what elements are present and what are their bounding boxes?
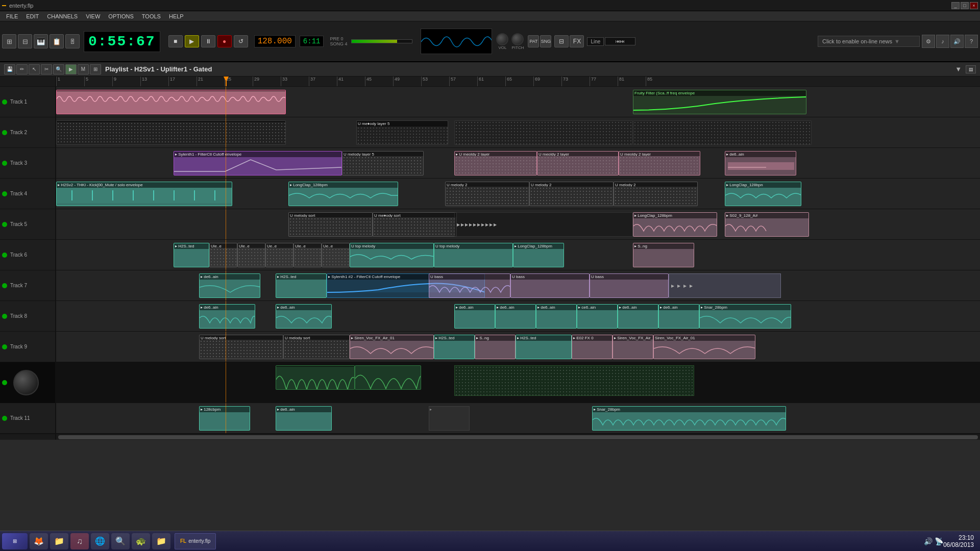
tray-network-icon[interactable]: 📡 <box>935 537 943 545</box>
track-content-2[interactable]: U me♦ody layer 5 <box>56 117 980 147</box>
track-mute-11[interactable] <box>2 416 7 421</box>
menu-edit[interactable]: EDIT <box>22 12 43 20</box>
pb8[interactable]: ▶ <box>485 222 488 227</box>
tb-new-btn[interactable]: 💾 <box>4 64 15 74</box>
clip-t7-6[interactable]: U bass <box>590 273 669 298</box>
pattern-mode-btn[interactable]: PAT <box>528 35 539 47</box>
track-mute-2[interactable] <box>2 130 7 135</box>
menu-options[interactable]: OPTIONS <box>104 12 138 20</box>
taskbar-icon-torrent[interactable]: 🐢 <box>132 533 150 549</box>
fx-btn[interactable]: FX <box>570 35 584 47</box>
mixer-btn[interactable]: 🎚 <box>65 34 80 48</box>
clip-t1-1[interactable] <box>56 90 286 114</box>
clip-t3-1[interactable]: ▸ Sylenth1 - FilterCtl Cutoff envelope <box>174 151 342 176</box>
track-content-4[interactable]: ▸ H2Sv2 - THKl - Kick[00_Mute / solo env… <box>56 179 980 209</box>
tray-audio-icon[interactable]: 🔊 <box>924 537 933 545</box>
clip-t1-auto[interactable]: Fruity Filter (Sca..ff freq envelope <box>633 90 806 114</box>
clip-t3-4[interactable]: U meoldy 2 layer <box>537 151 619 176</box>
taskbar-icon-firefox[interactable]: 🦊 <box>30 533 48 549</box>
clip-t3-3[interactable]: ▸ U meoldy 2 layer <box>454 151 537 176</box>
taskbar-icon-music[interactable]: ♫ <box>70 533 89 549</box>
menu-tools[interactable]: TOOLS <box>138 12 165 20</box>
stop-btn[interactable]: ■ <box>168 35 183 47</box>
clip-t10-1[interactable]: ▸ S..ng <box>276 365 355 390</box>
menu-help[interactable]: HELP <box>165 12 188 20</box>
channel-rack-btn[interactable]: ⊞ <box>2 34 16 48</box>
timeline-ruler[interactable]: 1 5 9 13 17 21 25 29 33 37 41 45 49 53 5… <box>56 77 980 86</box>
clip-t3-6[interactable]: ▸ de6..ain <box>725 151 796 176</box>
audio-icon[interactable]: 🔊 <box>950 35 964 48</box>
pause-btn[interactable]: ⏸ <box>201 35 215 47</box>
menu-view[interactable]: VIEW <box>82 12 104 20</box>
clip-t8-3[interactable]: ▸ de6..ain <box>454 304 495 329</box>
clip-t3-2[interactable]: U melody layer 5 <box>342 151 424 176</box>
clip-t8-7[interactable]: ▸ de6..ain <box>618 304 658 329</box>
tb-select-btn[interactable]: ↖ <box>29 64 40 74</box>
taskbar-icon-chrome[interactable]: 🌐 <box>91 533 109 549</box>
clip-t5-4[interactable]: ▸ S02_9_128_A# <box>725 212 809 237</box>
tb-alt-btn[interactable]: ⊞ <box>90 64 101 74</box>
taskbar-icon-search[interactable]: 🔍 <box>111 533 130 549</box>
tb-pencil-btn[interactable]: ✏ <box>16 64 28 74</box>
news-bar[interactable]: Click to enable on-line news ▼ <box>818 36 920 47</box>
minimize-btn[interactable]: _ <box>951 2 960 9</box>
clip-t10-2[interactable] <box>355 365 421 390</box>
clip-t11-1[interactable]: ▸ 128cbpm <box>199 406 250 431</box>
clip-t8-2[interactable]: ▸ de6..ain <box>276 304 332 329</box>
track-content-5[interactable]: U melody sort U me♦ody sort ▶ ▶ ▶ ▶ ▶ ▶ <box>56 209 980 239</box>
pb5[interactable]: ▶ <box>473 222 476 227</box>
track-content-3[interactable]: ▸ Sylenth1 - FilterCtl Cutoff envelope U… <box>56 148 980 178</box>
cpu-icon[interactable]: ⚙ <box>922 35 935 48</box>
pb9[interactable]: ▶ <box>489 222 493 227</box>
clip-t9-1[interactable]: U melody sort <box>199 335 283 359</box>
track-mute-6[interactable] <box>2 253 7 258</box>
clip-t2-2[interactable]: U me♦ody layer 5 <box>356 120 448 145</box>
clip-t7-4[interactable]: U bass <box>429 273 510 298</box>
clip-t9-5[interactable]: ▸ S..ng <box>475 335 516 359</box>
tb-zoom-btn[interactable]: 🔍 <box>53 64 64 74</box>
clip-t8-6[interactable]: ▸ ce6..ain <box>577 304 618 329</box>
track-content-7[interactable]: ▸ de6..ain ▸ H2S..ted ▸ Sylenth1 #2 - Fi… <box>56 270 980 300</box>
bpm-display[interactable]: 128.000 <box>254 35 296 47</box>
clip-t7-1[interactable]: ▸ de6..ain <box>199 273 260 298</box>
pb7[interactable]: ▶ <box>481 222 484 227</box>
clip-t5-1[interactable]: U melody sort <box>288 212 373 237</box>
clip-t6-4[interactable]: Ue..e <box>265 243 293 267</box>
menu-channels[interactable]: CHANNELS <box>43 12 82 20</box>
clip-t4-3[interactable]: U melody 2 <box>445 182 529 206</box>
track-mute-3[interactable] <box>2 161 7 166</box>
pb6[interactable]: ▶ <box>477 222 480 227</box>
clip-t6-9[interactable]: ▸ LongClap_128bpm <box>513 243 564 267</box>
clip-t6-5[interactable]: Ule..e <box>293 243 322 267</box>
clip-t9-4[interactable]: ▸ H2S..ted <box>434 335 475 359</box>
record-btn[interactable]: ● <box>217 35 232 47</box>
playlist-btn[interactable]: 📋 <box>50 34 64 48</box>
clip-t2-1[interactable] <box>56 120 286 145</box>
track-content-9[interactable]: U melody sort U melody sort ▸ Siren_Voc_… <box>56 332 980 362</box>
clip-t9-9[interactable]: Siren_Voc_FX_Air_01 <box>653 335 755 359</box>
clip-t2-4[interactable] <box>633 120 812 145</box>
menu-file[interactable]: FILE <box>2 12 22 20</box>
song-mode-btn[interactable]: SNG <box>540 35 551 47</box>
clip-t6-8[interactable]: U top melody <box>434 243 513 267</box>
track-content-11[interactable]: ▸ 128cbpm ▸ de6..ain ▸ ▸ Snar_28bpm <box>56 403 980 433</box>
tb-mute-btn[interactable]: M <box>78 64 89 74</box>
clip-t6-6[interactable]: Ue..e <box>322 243 350 267</box>
track-mute-7[interactable] <box>2 283 7 288</box>
mixer-icon-btn[interactable]: ⊟ <box>554 35 569 47</box>
track-content-6[interactable]: ▸ H2S..ted Ule..e Ule..e Ue..e Ule..e <box>56 240 980 270</box>
clip-t2-3[interactable] <box>454 120 633 145</box>
clip-t6-7[interactable]: U top melody <box>350 243 434 267</box>
master-pitch-knob[interactable] <box>511 33 524 45</box>
tb-cut-btn[interactable]: ✂ <box>41 64 52 74</box>
clip-t8-1[interactable]: ▸ de6..ain <box>199 304 255 329</box>
tb-play-btn[interactable]: ▶ <box>65 64 77 74</box>
clip-t5-playbtns[interactable]: ▶ ▶ ▶ ▶ ▶ ▶ ▶ ▶ ▶ ▶ <box>454 212 633 237</box>
clip-t6-2[interactable]: Ule..e <box>209 243 237 267</box>
clip-t9-6[interactable]: ▸ H2S..ted <box>516 335 572 359</box>
track-mute-5[interactable] <box>2 222 7 227</box>
horizontal-scrollbar[interactable] <box>0 434 980 440</box>
playlist-dropdown[interactable]: ▼ <box>955 65 962 73</box>
master-vol-knob[interactable] <box>496 33 508 45</box>
taskbar-fl-studio[interactable]: FL enterty.flp <box>175 533 216 549</box>
